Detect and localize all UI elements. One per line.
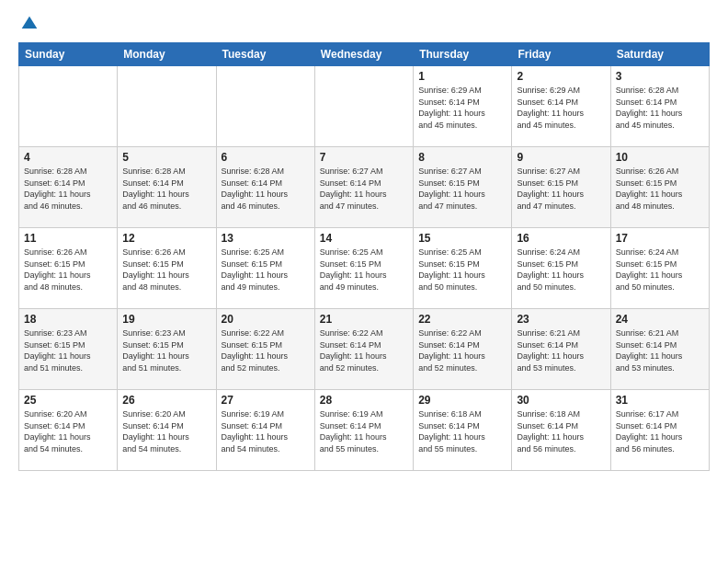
day-info: Sunrise: 6:25 AM Sunset: 6:15 PM Dayligh… bbox=[320, 247, 408, 293]
day-cell: 9Sunrise: 6:27 AM Sunset: 6:15 PM Daylig… bbox=[512, 147, 610, 228]
day-number: 18 bbox=[24, 313, 112, 326]
col-header-monday: Monday bbox=[118, 43, 216, 66]
day-info: Sunrise: 6:21 AM Sunset: 6:14 PM Dayligh… bbox=[517, 327, 605, 373]
day-cell: 10Sunrise: 6:26 AM Sunset: 6:15 PM Dayli… bbox=[610, 147, 709, 228]
week-row-5: 25Sunrise: 6:20 AM Sunset: 6:14 PM Dayli… bbox=[19, 390, 710, 471]
day-cell: 6Sunrise: 6:28 AM Sunset: 6:14 PM Daylig… bbox=[216, 147, 314, 228]
day-cell: 31Sunrise: 6:17 AM Sunset: 6:14 PM Dayli… bbox=[610, 390, 709, 471]
day-info: Sunrise: 6:29 AM Sunset: 6:14 PM Dayligh… bbox=[418, 85, 506, 131]
day-number: 7 bbox=[320, 151, 408, 164]
day-cell: 2Sunrise: 6:29 AM Sunset: 6:14 PM Daylig… bbox=[512, 66, 610, 147]
day-number: 17 bbox=[616, 232, 704, 245]
day-number: 13 bbox=[222, 232, 310, 245]
day-number: 21 bbox=[320, 313, 408, 326]
day-cell: 23Sunrise: 6:21 AM Sunset: 6:14 PM Dayli… bbox=[512, 309, 610, 390]
day-info: Sunrise: 6:18 AM Sunset: 6:14 PM Dayligh… bbox=[517, 408, 605, 454]
day-cell: 17Sunrise: 6:24 AM Sunset: 6:15 PM Dayli… bbox=[610, 228, 709, 309]
day-cell: 5Sunrise: 6:28 AM Sunset: 6:14 PM Daylig… bbox=[118, 147, 216, 228]
day-info: Sunrise: 6:28 AM Sunset: 6:14 PM Dayligh… bbox=[24, 166, 112, 212]
day-cell: 14Sunrise: 6:25 AM Sunset: 6:15 PM Dayli… bbox=[314, 228, 413, 309]
day-number: 24 bbox=[616, 313, 704, 326]
svg-marker-0 bbox=[22, 17, 38, 29]
header bbox=[18, 15, 710, 33]
day-number: 4 bbox=[24, 151, 112, 164]
day-number: 11 bbox=[24, 232, 112, 245]
day-cell: 13Sunrise: 6:25 AM Sunset: 6:15 PM Dayli… bbox=[216, 228, 314, 309]
day-number: 16 bbox=[517, 232, 605, 245]
day-cell bbox=[314, 66, 413, 147]
day-cell: 22Sunrise: 6:22 AM Sunset: 6:14 PM Dayli… bbox=[414, 309, 512, 390]
day-cell: 26Sunrise: 6:20 AM Sunset: 6:14 PM Dayli… bbox=[118, 390, 216, 471]
week-row-2: 4Sunrise: 6:28 AM Sunset: 6:14 PM Daylig… bbox=[19, 147, 710, 228]
day-cell: 8Sunrise: 6:27 AM Sunset: 6:15 PM Daylig… bbox=[414, 147, 512, 228]
col-header-wednesday: Wednesday bbox=[314, 43, 413, 66]
day-cell: 25Sunrise: 6:20 AM Sunset: 6:14 PM Dayli… bbox=[19, 390, 118, 471]
day-cell: 4Sunrise: 6:28 AM Sunset: 6:14 PM Daylig… bbox=[19, 147, 118, 228]
day-info: Sunrise: 6:24 AM Sunset: 6:15 PM Dayligh… bbox=[616, 247, 704, 293]
day-info: Sunrise: 6:28 AM Sunset: 6:14 PM Dayligh… bbox=[222, 166, 310, 212]
day-number: 1 bbox=[418, 70, 506, 83]
day-info: Sunrise: 6:29 AM Sunset: 6:14 PM Dayligh… bbox=[517, 85, 605, 131]
logo-text bbox=[18, 15, 39, 33]
day-number: 12 bbox=[122, 232, 210, 245]
day-info: Sunrise: 6:22 AM Sunset: 6:14 PM Dayligh… bbox=[418, 327, 506, 373]
col-header-friday: Friday bbox=[512, 43, 610, 66]
day-info: Sunrise: 6:26 AM Sunset: 6:15 PM Dayligh… bbox=[122, 247, 210, 293]
day-info: Sunrise: 6:20 AM Sunset: 6:14 PM Dayligh… bbox=[24, 408, 112, 454]
day-cell bbox=[216, 66, 314, 147]
day-cell: 7Sunrise: 6:27 AM Sunset: 6:14 PM Daylig… bbox=[314, 147, 413, 228]
day-cell: 3Sunrise: 6:28 AM Sunset: 6:14 PM Daylig… bbox=[610, 66, 709, 147]
day-number: 5 bbox=[122, 151, 210, 164]
day-cell: 15Sunrise: 6:25 AM Sunset: 6:15 PM Dayli… bbox=[414, 228, 512, 309]
day-info: Sunrise: 6:19 AM Sunset: 6:14 PM Dayligh… bbox=[320, 408, 408, 454]
day-info: Sunrise: 6:27 AM Sunset: 6:14 PM Dayligh… bbox=[320, 166, 408, 212]
day-info: Sunrise: 6:26 AM Sunset: 6:15 PM Dayligh… bbox=[616, 166, 704, 212]
day-info: Sunrise: 6:20 AM Sunset: 6:14 PM Dayligh… bbox=[122, 408, 210, 454]
day-cell: 11Sunrise: 6:26 AM Sunset: 6:15 PM Dayli… bbox=[19, 228, 118, 309]
day-number: 9 bbox=[517, 151, 605, 164]
day-info: Sunrise: 6:24 AM Sunset: 6:15 PM Dayligh… bbox=[517, 247, 605, 293]
day-info: Sunrise: 6:22 AM Sunset: 6:14 PM Dayligh… bbox=[320, 327, 408, 373]
day-info: Sunrise: 6:23 AM Sunset: 6:15 PM Dayligh… bbox=[24, 327, 112, 373]
day-number: 6 bbox=[222, 151, 310, 164]
day-cell: 29Sunrise: 6:18 AM Sunset: 6:14 PM Dayli… bbox=[414, 390, 512, 471]
day-info: Sunrise: 6:22 AM Sunset: 6:15 PM Dayligh… bbox=[222, 327, 310, 373]
day-info: Sunrise: 6:23 AM Sunset: 6:15 PM Dayligh… bbox=[122, 327, 210, 373]
day-number: 25 bbox=[24, 394, 112, 407]
day-number: 28 bbox=[320, 394, 408, 407]
day-number: 19 bbox=[122, 313, 210, 326]
day-number: 26 bbox=[122, 394, 210, 407]
day-number: 2 bbox=[517, 70, 605, 83]
day-number: 8 bbox=[418, 151, 506, 164]
day-number: 20 bbox=[222, 313, 310, 326]
day-number: 31 bbox=[616, 394, 704, 407]
calendar: SundayMondayTuesdayWednesdayThursdayFrid… bbox=[18, 42, 710, 471]
day-cell: 20Sunrise: 6:22 AM Sunset: 6:15 PM Dayli… bbox=[216, 309, 314, 390]
day-cell: 19Sunrise: 6:23 AM Sunset: 6:15 PM Dayli… bbox=[118, 309, 216, 390]
header-row: SundayMondayTuesdayWednesdayThursdayFrid… bbox=[19, 43, 710, 66]
day-info: Sunrise: 6:28 AM Sunset: 6:14 PM Dayligh… bbox=[122, 166, 210, 212]
page: SundayMondayTuesdayWednesdayThursdayFrid… bbox=[0, 0, 728, 563]
day-number: 27 bbox=[222, 394, 310, 407]
day-cell: 18Sunrise: 6:23 AM Sunset: 6:15 PM Dayli… bbox=[19, 309, 118, 390]
day-info: Sunrise: 6:21 AM Sunset: 6:14 PM Dayligh… bbox=[616, 327, 704, 373]
day-number: 3 bbox=[616, 70, 704, 83]
logo-icon bbox=[20, 15, 39, 33]
col-header-saturday: Saturday bbox=[610, 43, 709, 66]
week-row-3: 11Sunrise: 6:26 AM Sunset: 6:15 PM Dayli… bbox=[19, 228, 710, 309]
day-cell bbox=[19, 66, 118, 147]
day-cell: 24Sunrise: 6:21 AM Sunset: 6:14 PM Dayli… bbox=[610, 309, 709, 390]
week-row-4: 18Sunrise: 6:23 AM Sunset: 6:15 PM Dayli… bbox=[19, 309, 710, 390]
day-cell: 28Sunrise: 6:19 AM Sunset: 6:14 PM Dayli… bbox=[314, 390, 413, 471]
day-number: 22 bbox=[418, 313, 506, 326]
day-info: Sunrise: 6:27 AM Sunset: 6:15 PM Dayligh… bbox=[517, 166, 605, 212]
day-cell: 27Sunrise: 6:19 AM Sunset: 6:14 PM Dayli… bbox=[216, 390, 314, 471]
col-header-tuesday: Tuesday bbox=[216, 43, 314, 66]
day-info: Sunrise: 6:27 AM Sunset: 6:15 PM Dayligh… bbox=[418, 166, 506, 212]
col-header-sunday: Sunday bbox=[19, 43, 118, 66]
day-cell: 21Sunrise: 6:22 AM Sunset: 6:14 PM Dayli… bbox=[314, 309, 413, 390]
day-info: Sunrise: 6:25 AM Sunset: 6:15 PM Dayligh… bbox=[222, 247, 310, 293]
day-info: Sunrise: 6:26 AM Sunset: 6:15 PM Dayligh… bbox=[24, 247, 112, 293]
day-number: 15 bbox=[418, 232, 506, 245]
day-cell: 1Sunrise: 6:29 AM Sunset: 6:14 PM Daylig… bbox=[414, 66, 512, 147]
